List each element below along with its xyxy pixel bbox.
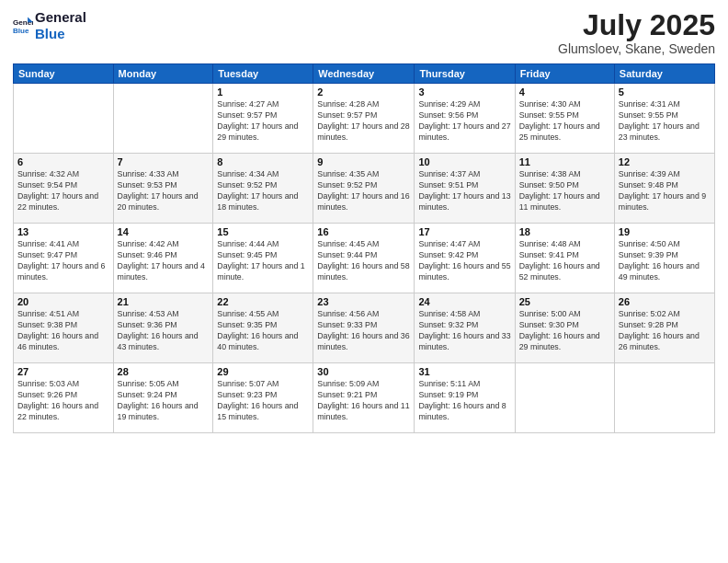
day-info: Sunrise: 4:44 AMSunset: 9:45 PMDaylight:…: [217, 239, 309, 283]
calendar-cell: [113, 84, 213, 154]
calendar-cell: 5 Sunrise: 4:31 AMSunset: 9:55 PMDayligh…: [614, 84, 714, 154]
day-number: 8: [217, 156, 309, 167]
day-info: Sunrise: 4:29 AMSunset: 9:56 PMDaylight:…: [418, 99, 510, 144]
calendar-cell: 23 Sunrise: 4:56 AMSunset: 9:33 PMDaylig…: [313, 293, 415, 363]
calendar-cell: 9 Sunrise: 4:35 AMSunset: 9:52 PMDayligh…: [313, 154, 415, 224]
day-number: 13: [17, 226, 109, 237]
main-title: July 2025: [558, 9, 715, 41]
calendar-cell: 14 Sunrise: 4:42 AMSunset: 9:46 PMDaylig…: [113, 224, 213, 293]
day-number: 23: [317, 296, 410, 307]
day-info: Sunrise: 4:35 AMSunset: 9:52 PMDaylight:…: [317, 169, 410, 213]
calendar-cell: 6 Sunrise: 4:32 AMSunset: 9:54 PMDayligh…: [14, 154, 114, 224]
logo-blue-text: Blue: [35, 26, 86, 42]
day-info: Sunrise: 5:09 AMSunset: 9:21 PMDaylight:…: [317, 379, 410, 423]
day-info: Sunrise: 4:58 AMSunset: 9:32 PMDaylight:…: [418, 309, 510, 353]
day-number: 6: [17, 156, 109, 167]
calendar-cell: 13 Sunrise: 4:41 AMSunset: 9:47 PMDaylig…: [14, 224, 114, 293]
day-number: 27: [17, 366, 109, 377]
calendar-cell: 4 Sunrise: 4:30 AMSunset: 9:55 PMDayligh…: [515, 84, 614, 154]
calendar-cell: [614, 363, 714, 433]
day-number: 2: [317, 86, 410, 98]
day-info: Sunrise: 4:33 AMSunset: 9:53 PMDaylight:…: [118, 169, 210, 213]
calendar-cell: 20 Sunrise: 4:51 AMSunset: 9:38 PMDaylig…: [14, 293, 114, 363]
calendar-week-1: 1 Sunrise: 4:27 AMSunset: 9:57 PMDayligh…: [14, 84, 715, 154]
day-number: 11: [519, 156, 610, 167]
calendar-week-2: 6 Sunrise: 4:32 AMSunset: 9:54 PMDayligh…: [14, 154, 715, 224]
calendar-cell: [14, 84, 114, 154]
day-info: Sunrise: 4:38 AMSunset: 9:50 PMDaylight:…: [519, 169, 610, 213]
day-info: Sunrise: 4:42 AMSunset: 9:46 PMDaylight:…: [118, 239, 210, 283]
day-number: 4: [519, 86, 610, 98]
logo-general-text: General: [35, 9, 86, 26]
day-number: 20: [17, 296, 109, 307]
calendar-cell: 17 Sunrise: 4:47 AMSunset: 9:42 PMDaylig…: [415, 224, 515, 293]
day-number: 7: [118, 156, 210, 167]
calendar-cell: 21 Sunrise: 4:53 AMSunset: 9:36 PMDaylig…: [113, 293, 213, 363]
day-info: Sunrise: 4:53 AMSunset: 9:36 PMDaylight:…: [118, 309, 210, 353]
day-info: Sunrise: 4:50 AMSunset: 9:39 PMDaylight:…: [619, 239, 711, 283]
calendar-cell: 24 Sunrise: 4:58 AMSunset: 9:32 PMDaylig…: [415, 293, 515, 363]
day-info: Sunrise: 4:31 AMSunset: 9:55 PMDaylight:…: [619, 99, 711, 144]
day-info: Sunrise: 5:05 AMSunset: 9:24 PMDaylight:…: [118, 379, 210, 423]
svg-text:Blue: Blue: [13, 27, 29, 35]
day-info: Sunrise: 5:11 AMSunset: 9:19 PMDaylight:…: [418, 379, 510, 423]
day-number: 21: [118, 296, 210, 307]
calendar-cell: 10 Sunrise: 4:37 AMSunset: 9:51 PMDaylig…: [415, 154, 515, 224]
day-number: 3: [418, 86, 510, 98]
day-info: Sunrise: 4:32 AMSunset: 9:54 PMDaylight:…: [17, 169, 109, 213]
calendar-header-monday: Monday: [113, 64, 213, 84]
day-number: 1: [217, 86, 309, 98]
calendar-week-5: 27 Sunrise: 5:03 AMSunset: 9:26 PMDaylig…: [14, 363, 715, 433]
day-info: Sunrise: 4:30 AMSunset: 9:55 PMDaylight:…: [519, 99, 610, 144]
calendar-cell: 2 Sunrise: 4:28 AMSunset: 9:57 PMDayligh…: [313, 84, 415, 154]
day-info: Sunrise: 4:37 AMSunset: 9:51 PMDaylight:…: [418, 169, 510, 213]
calendar-table: SundayMondayTuesdayWednesdayThursdayFrid…: [13, 63, 715, 433]
calendar-cell: 8 Sunrise: 4:34 AMSunset: 9:52 PMDayligh…: [213, 154, 313, 224]
day-number: 24: [418, 296, 510, 307]
calendar-week-3: 13 Sunrise: 4:41 AMSunset: 9:47 PMDaylig…: [14, 224, 715, 293]
calendar-cell: 25 Sunrise: 5:00 AMSunset: 9:30 PMDaylig…: [515, 293, 614, 363]
header: General Blue General Blue July 2025 Glum…: [13, 9, 715, 56]
calendar-cell: 11 Sunrise: 4:38 AMSunset: 9:50 PMDaylig…: [515, 154, 614, 224]
subtitle: Glumsloev, Skane, Sweden: [558, 41, 715, 56]
day-info: Sunrise: 4:45 AMSunset: 9:44 PMDaylight:…: [317, 239, 410, 283]
day-info: Sunrise: 4:55 AMSunset: 9:35 PMDaylight:…: [217, 309, 309, 353]
calendar-cell: 22 Sunrise: 4:55 AMSunset: 9:35 PMDaylig…: [213, 293, 313, 363]
day-number: 9: [317, 156, 410, 167]
calendar-cell: 26 Sunrise: 5:02 AMSunset: 9:28 PMDaylig…: [614, 293, 714, 363]
day-number: 26: [619, 296, 711, 307]
calendar-header-thursday: Thursday: [415, 64, 515, 84]
day-info: Sunrise: 4:34 AMSunset: 9:52 PMDaylight:…: [217, 169, 309, 213]
calendar-cell: 29 Sunrise: 5:07 AMSunset: 9:23 PMDaylig…: [213, 363, 313, 433]
day-number: 17: [418, 226, 510, 237]
calendar-header-row: SundayMondayTuesdayWednesdayThursdayFrid…: [14, 64, 715, 84]
day-number: 5: [619, 86, 711, 98]
calendar-cell: 15 Sunrise: 4:44 AMSunset: 9:45 PMDaylig…: [213, 224, 313, 293]
day-info: Sunrise: 4:48 AMSunset: 9:41 PMDaylight:…: [519, 239, 610, 283]
day-number: 30: [317, 366, 410, 377]
day-info: Sunrise: 4:39 AMSunset: 9:48 PMDaylight:…: [619, 169, 711, 213]
day-info: Sunrise: 4:41 AMSunset: 9:47 PMDaylight:…: [17, 239, 109, 283]
day-info: Sunrise: 4:28 AMSunset: 9:57 PMDaylight:…: [317, 99, 410, 144]
day-info: Sunrise: 5:03 AMSunset: 9:26 PMDaylight:…: [17, 379, 109, 423]
calendar-cell: 31 Sunrise: 5:11 AMSunset: 9:19 PMDaylig…: [415, 363, 515, 433]
day-info: Sunrise: 5:07 AMSunset: 9:23 PMDaylight:…: [217, 379, 309, 423]
calendar-cell: 16 Sunrise: 4:45 AMSunset: 9:44 PMDaylig…: [313, 224, 415, 293]
day-number: 31: [418, 366, 510, 377]
calendar-header-saturday: Saturday: [614, 64, 714, 84]
calendar-cell: [515, 363, 614, 433]
day-number: 29: [217, 366, 309, 377]
day-info: Sunrise: 5:02 AMSunset: 9:28 PMDaylight:…: [619, 309, 711, 353]
logo-icon: General Blue: [13, 16, 33, 36]
calendar-cell: 28 Sunrise: 5:05 AMSunset: 9:24 PMDaylig…: [113, 363, 213, 433]
logo: General Blue General Blue: [13, 9, 86, 42]
day-info: Sunrise: 4:51 AMSunset: 9:38 PMDaylight:…: [17, 309, 109, 353]
calendar-cell: 1 Sunrise: 4:27 AMSunset: 9:57 PMDayligh…: [213, 84, 313, 154]
calendar-header-sunday: Sunday: [14, 64, 114, 84]
day-number: 16: [317, 226, 410, 237]
calendar-cell: 27 Sunrise: 5:03 AMSunset: 9:26 PMDaylig…: [14, 363, 114, 433]
day-number: 12: [619, 156, 711, 167]
page: General Blue General Blue July 2025 Glum…: [0, 0, 728, 563]
day-number: 18: [519, 226, 610, 237]
calendar-cell: 19 Sunrise: 4:50 AMSunset: 9:39 PMDaylig…: [614, 224, 714, 293]
